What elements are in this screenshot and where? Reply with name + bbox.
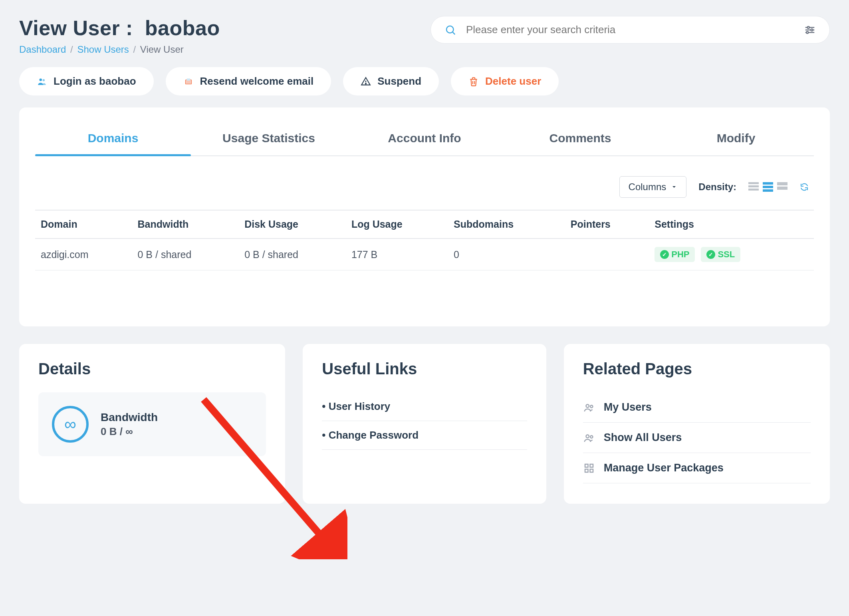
svg-point-8 xyxy=(40,78,42,81)
tab-domains[interactable]: Domains xyxy=(35,123,191,155)
warning-icon xyxy=(361,76,371,87)
tab-usage-statistics[interactable]: Usage Statistics xyxy=(191,123,347,155)
th-log[interactable]: Log Usage xyxy=(346,210,448,238)
breadcrumb-current: View User xyxy=(140,44,184,55)
svg-point-19 xyxy=(590,435,593,438)
related-show-all-users[interactable]: Show All Users xyxy=(583,423,811,453)
svg-point-5 xyxy=(811,29,813,31)
th-bandwidth[interactable]: Bandwidth xyxy=(132,210,239,238)
svg-point-9 xyxy=(43,79,45,81)
login-as-button[interactable]: Login as baobao xyxy=(19,67,154,95)
svg-rect-11 xyxy=(186,78,190,80)
resend-email-button[interactable]: Resend welcome email xyxy=(166,67,331,95)
badge-ssl[interactable]: ✓SSL xyxy=(701,247,740,262)
svg-rect-22 xyxy=(585,469,588,472)
svg-point-17 xyxy=(590,405,593,407)
columns-button[interactable]: Columns xyxy=(619,176,687,198)
badge-php[interactable]: ✓PHP xyxy=(655,247,695,262)
cell-subdomains: 0 xyxy=(448,238,565,270)
density-label: Density: xyxy=(698,181,736,193)
th-pointers[interactable]: Pointers xyxy=(565,210,649,238)
related-pages-heading: Related Pages xyxy=(583,360,811,378)
svg-point-16 xyxy=(586,404,589,407)
useful-links-card: Useful Links • User History • Change Pas… xyxy=(303,344,546,504)
trash-icon xyxy=(468,76,479,87)
mail-icon xyxy=(183,76,194,87)
th-subdomains[interactable]: Subdomains xyxy=(448,210,565,238)
bandwidth-label: Bandwidth xyxy=(101,411,158,424)
suspend-button[interactable]: Suspend xyxy=(343,67,439,95)
cell-bandwidth: 0 B / shared xyxy=(132,238,239,270)
th-settings[interactable]: Settings xyxy=(649,210,814,238)
breadcrumb-show-users[interactable]: Show Users xyxy=(77,44,129,55)
breadcrumb: Dashboard / Show Users / View User xyxy=(19,44,430,55)
search-input[interactable] xyxy=(466,24,804,36)
main-card: Domains Usage Statistics Account Info Co… xyxy=(19,107,830,326)
search-bar[interactable] xyxy=(430,16,830,44)
th-domain[interactable]: Domain xyxy=(35,210,132,238)
package-icon xyxy=(583,462,595,474)
caret-down-icon xyxy=(671,184,677,190)
svg-point-18 xyxy=(586,435,589,438)
page-title: View User : baobao xyxy=(19,16,430,40)
bandwidth-value: 0 B / ∞ xyxy=(101,425,158,438)
users-icon xyxy=(583,401,595,413)
svg-rect-21 xyxy=(590,464,593,467)
svg-rect-23 xyxy=(590,469,593,472)
svg-point-0 xyxy=(446,26,454,33)
table-row: azdigi.com 0 B / shared 0 B / shared 177… xyxy=(35,238,814,270)
cell-settings: ✓PHP ✓SSL xyxy=(649,238,814,270)
cell-pointers xyxy=(565,238,649,270)
cell-domain[interactable]: azdigi.com xyxy=(35,238,132,270)
bandwidth-box: ∞ Bandwidth 0 B / ∞ xyxy=(38,392,266,456)
density-compact[interactable] xyxy=(748,182,759,192)
useful-links-heading: Useful Links xyxy=(322,360,527,378)
infinity-icon: ∞ xyxy=(52,406,89,443)
link-change-password[interactable]: • Change Password xyxy=(322,421,527,450)
breadcrumb-dashboard[interactable]: Dashboard xyxy=(19,44,66,55)
density-comfortable[interactable] xyxy=(777,182,788,192)
link-user-history[interactable]: • User History xyxy=(322,392,527,421)
tab-account-info[interactable]: Account Info xyxy=(347,123,502,155)
svg-line-1 xyxy=(453,32,455,34)
svg-point-3 xyxy=(807,26,809,28)
delete-user-button[interactable]: Delete user xyxy=(451,67,559,95)
tab-comments[interactable]: Comments xyxy=(502,123,658,155)
cell-disk: 0 B / shared xyxy=(239,238,346,270)
related-manage-packages[interactable]: Manage User Packages xyxy=(583,453,811,483)
related-pages-card: Related Pages My Users Show All Users Ma… xyxy=(564,344,830,504)
svg-point-13 xyxy=(365,83,366,84)
refresh-icon[interactable] xyxy=(799,182,809,192)
tab-modify[interactable]: Modify xyxy=(658,123,814,155)
details-card: Details ∞ Bandwidth 0 B / ∞ xyxy=(19,344,285,504)
users-icon xyxy=(37,76,47,87)
related-my-users[interactable]: My Users xyxy=(583,392,811,423)
svg-rect-20 xyxy=(585,464,588,467)
cell-log: 177 B xyxy=(346,238,448,270)
density-normal[interactable] xyxy=(763,182,773,192)
filter-icon[interactable] xyxy=(804,24,816,36)
svg-point-7 xyxy=(806,31,808,33)
search-icon xyxy=(444,24,456,36)
th-disk[interactable]: Disk Usage xyxy=(239,210,346,238)
details-heading: Details xyxy=(38,360,266,378)
users-icon xyxy=(583,432,595,444)
domains-table: Domain Bandwidth Disk Usage Log Usage Su… xyxy=(35,210,814,270)
